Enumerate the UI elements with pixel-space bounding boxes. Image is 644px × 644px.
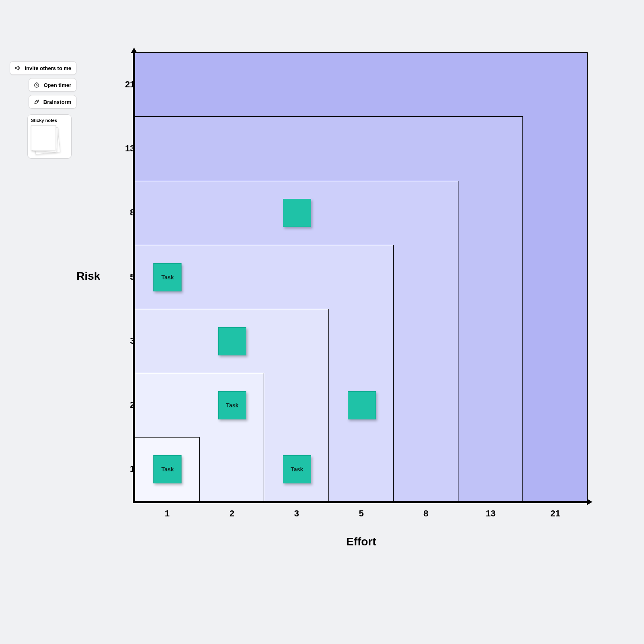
y-tick: 13 [111, 143, 135, 154]
x-tick: 13 [486, 508, 495, 519]
x-tick: 5 [359, 508, 363, 519]
task-sticky[interactable]: Task [153, 263, 182, 291]
task-sticky[interactable] [218, 327, 246, 355]
timer-icon [33, 81, 40, 89]
open-timer-label: Open timer [43, 82, 71, 88]
y-tick: 5 [111, 272, 135, 282]
brainstorm-button[interactable]: Brainstorm [29, 95, 76, 109]
y-tick: 21 [111, 79, 135, 90]
y-tick: 2 [111, 400, 135, 410]
megaphone-icon [14, 64, 21, 72]
plot-area[interactable]: Risk Effort 1 2 3 5 8 13 21 1 2 3 5 8 13… [133, 52, 588, 503]
x-axis-label: Effort [346, 535, 376, 548]
side-toolbar: Invite others to me Open timer Brainstor… [8, 61, 76, 159]
y-tick: 3 [111, 336, 135, 346]
y-tick: 8 [111, 207, 135, 218]
y-axis-label: Risk [76, 270, 100, 283]
sticky-notes-panel[interactable]: Sticky notes [27, 114, 72, 159]
x-tick: 3 [294, 508, 299, 519]
invite-label: Invite others to me [25, 65, 71, 71]
sticky-notes-title: Sticky notes [31, 118, 57, 123]
task-sticky[interactable]: Task [153, 455, 182, 483]
svg-point-1 [37, 101, 37, 102]
y-axis-arrow-icon [131, 47, 137, 53]
y-tick: 1 [111, 464, 135, 474]
open-timer-button[interactable]: Open timer [29, 78, 76, 92]
x-axis [133, 501, 588, 503]
task-sticky[interactable]: Task [218, 391, 246, 419]
x-tick: 1 [165, 508, 169, 519]
sticky-note-stack-icon [31, 125, 60, 154]
risk-effort-chart: Risk Effort 1 2 3 5 8 13 21 1 2 3 5 8 13… [76, 52, 608, 559]
x-axis-arrow-icon [587, 499, 592, 505]
x-tick: 2 [229, 508, 234, 519]
brainstorm-label: Brainstorm [43, 99, 71, 105]
task-sticky[interactable] [348, 391, 376, 419]
task-sticky[interactable] [283, 199, 311, 227]
x-tick: 21 [550, 508, 560, 519]
rocket-icon [33, 98, 40, 105]
task-sticky[interactable]: Task [283, 455, 311, 483]
x-tick: 8 [423, 508, 428, 519]
invite-button[interactable]: Invite others to me [10, 61, 76, 75]
